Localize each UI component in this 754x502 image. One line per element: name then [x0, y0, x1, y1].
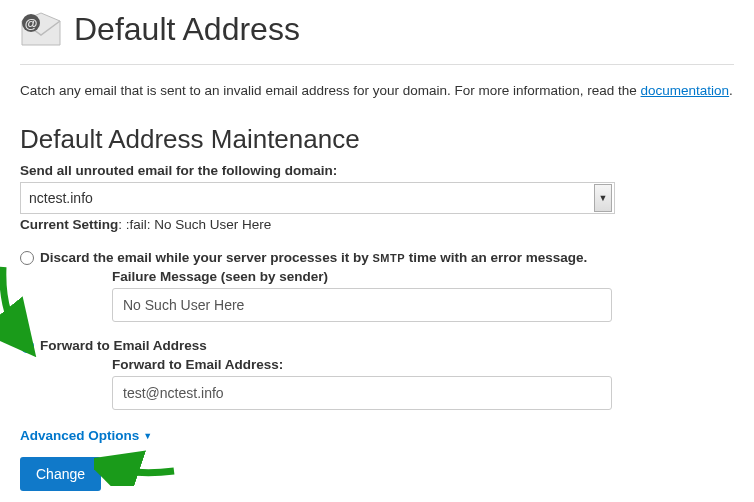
forward-label[interactable]: Forward to Email Address: [40, 338, 207, 353]
section-title: Default Address Maintenance: [20, 124, 734, 155]
advanced-options-toggle[interactable]: Advanced Options ▼: [20, 428, 152, 443]
svg-text:@: @: [25, 16, 38, 31]
current-setting-value: : :fail: No Such User Here: [118, 217, 271, 232]
intro-after: .: [729, 83, 733, 98]
domain-label: Send all unrouted email for the followin…: [20, 163, 734, 178]
discard-label[interactable]: Discard the email while your server proc…: [40, 250, 587, 265]
domain-select[interactable]: nctest.info ▼: [20, 182, 615, 214]
failure-message-label: Failure Message (seen by sender): [112, 269, 734, 284]
chevron-down-icon: ▼: [594, 184, 612, 212]
forward-email-input[interactable]: [112, 376, 612, 410]
forward-radio[interactable]: [20, 339, 34, 353]
intro-text: Catch any email that is sent to an inval…: [20, 83, 734, 98]
discard-option-row: Discard the email while your server proc…: [20, 250, 734, 265]
envelope-at-icon: @: [20, 8, 62, 50]
forward-option-row: Forward to Email Address: [20, 338, 734, 353]
page-header: @ Default Address: [20, 0, 734, 65]
failure-message-input[interactable]: [112, 288, 612, 322]
documentation-link[interactable]: documentation: [641, 83, 730, 98]
intro-before: Catch any email that is sent to an inval…: [20, 83, 641, 98]
domain-select-value: nctest.info: [29, 190, 93, 206]
current-setting-label: Current Setting: [20, 217, 118, 232]
forward-email-section: Forward to Email Address:: [20, 357, 734, 410]
discard-radio[interactable]: [20, 251, 34, 265]
forward-email-label: Forward to Email Address:: [112, 357, 734, 372]
current-setting: Current Setting: :fail: No Such User Her…: [20, 217, 734, 232]
advanced-options-label: Advanced Options: [20, 428, 139, 443]
failure-message-section: Failure Message (seen by sender): [20, 269, 734, 322]
change-button[interactable]: Change: [20, 457, 101, 491]
caret-down-icon: ▼: [143, 431, 152, 441]
page-title: Default Address: [74, 11, 300, 48]
